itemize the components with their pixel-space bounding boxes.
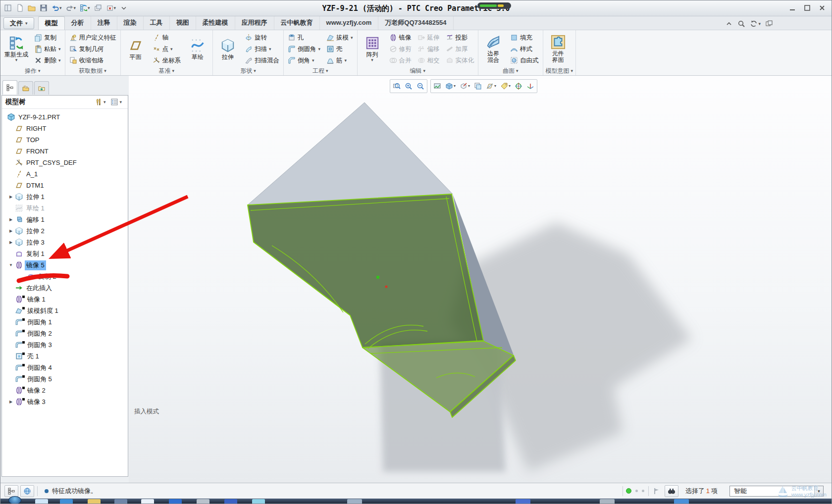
expand-toggle-icon[interactable]: ▶ <box>7 217 15 222</box>
tab-4[interactable]: 工具 <box>144 16 170 30</box>
graphics-area[interactable]: ▾▾▾▾ 插入模式 <box>129 76 832 483</box>
tab-2[interactable]: 注释 <box>91 16 117 30</box>
ribbon-button[interactable]: 阵列▾ <box>360 35 385 63</box>
ribbon-group-label[interactable]: 形状▾ <box>215 67 281 75</box>
taskbar-app[interactable] <box>674 499 689 504</box>
ribbon-button[interactable]: 复制 <box>33 32 62 44</box>
ribbon-button[interactable]: 壳 <box>325 44 355 55</box>
tree-item[interactable]: 镜像 1 <box>2 294 128 305</box>
ribbon-button[interactable]: 删除▾ <box>33 55 62 66</box>
tree-item[interactable]: ▶镜像 3 <box>2 396 128 407</box>
ribbon-button[interactable]: 镜像 <box>388 32 413 44</box>
ribbon-button[interactable]: 平面 <box>123 37 148 61</box>
tab-6[interactable]: 柔性建模 <box>196 16 235 30</box>
tree-item[interactable]: TOP <box>2 134 128 146</box>
tree-item[interactable]: YZF-9-21.PRT <box>2 111 128 123</box>
navigator-tab-favorites-tab[interactable] <box>34 81 49 95</box>
tree-item[interactable]: ▶偏移 1 <box>2 214 128 225</box>
ribbon-group-label[interactable]: 基准▾ <box>123 67 210 75</box>
tree-item[interactable]: 拔模斜度 1 <box>2 305 128 316</box>
taskbar-app[interactable] <box>224 499 237 504</box>
tree-toggle-button[interactable] <box>4 485 18 497</box>
close-button[interactable] <box>817 3 828 12</box>
tree-item[interactable]: 倒圆角 4 <box>2 362 128 373</box>
ribbon-button[interactable]: 填充 <box>509 32 540 44</box>
tree-item[interactable]: 复制 2 <box>2 271 128 282</box>
tree-item[interactable]: ▶拉伸 1 <box>2 191 128 202</box>
taskbar-app[interactable] <box>60 499 73 504</box>
maximize-button[interactable] <box>802 3 813 12</box>
ribbon-button[interactable]: 旋转 <box>243 32 281 44</box>
tree-settings-button[interactable]: ▾ <box>108 98 124 106</box>
ribbon-button[interactable]: 孔 <box>286 32 322 44</box>
taskbar-app[interactable] <box>516 499 530 504</box>
zoom-in-button[interactable] <box>403 80 415 92</box>
ribbon-button[interactable]: 倒角▾ <box>286 55 322 66</box>
display-style-button[interactable]: ▾ <box>443 80 458 92</box>
os-taskbar[interactable] <box>0 499 832 504</box>
view-manager-button[interactable] <box>472 80 484 92</box>
taskbar-app[interactable] <box>252 499 265 504</box>
taskbar-app[interactable] <box>600 499 615 504</box>
tab-9[interactable]: www.yzfjy.com <box>320 16 379 30</box>
ribbon-button[interactable]: 草绘 <box>185 37 210 61</box>
spin-center-button[interactable] <box>513 80 524 92</box>
ribbon-group-label[interactable]: 操作▾ <box>3 67 62 75</box>
ribbon-button[interactable]: 轴 <box>151 32 183 44</box>
tab-1[interactable]: 分析 <box>65 16 91 30</box>
ribbon-button[interactable]: 粘贴▾ <box>33 44 62 55</box>
tab-0[interactable]: 模型 <box>38 16 65 30</box>
repaint-button[interactable] <box>431 80 443 92</box>
tree-item[interactable]: ▼镜像 5 <box>2 259 128 271</box>
zoom-out-button[interactable] <box>415 80 426 92</box>
tab-8[interactable]: 云中帆教育 <box>274 16 320 30</box>
taskbar-app[interactable] <box>141 499 154 504</box>
collapse-ribbon-button[interactable] <box>725 19 733 29</box>
tree-item[interactable]: PRT_CSYS_DEF <box>2 157 128 168</box>
ribbon-button[interactable]: 加厚 <box>444 44 476 55</box>
tree-item[interactable]: 倒圆角 5 <box>2 373 128 385</box>
model-top-face[interactable] <box>248 102 453 205</box>
ribbon-button[interactable]: 元件界面 <box>546 34 571 64</box>
expand-toggle-icon[interactable]: ▶ <box>7 195 15 199</box>
tree-item[interactable]: A_1 <box>2 168 128 180</box>
ribbon-button[interactable]: 点▾ <box>151 44 183 55</box>
taskbar-app[interactable] <box>169 499 182 504</box>
ribbon-button[interactable]: 实体化 <box>444 55 476 66</box>
find-button[interactable] <box>665 485 678 497</box>
tree-item[interactable]: ▶拉伸 2 <box>2 225 128 237</box>
tree-item[interactable]: 复制 1 <box>2 248 128 259</box>
ribbon-button[interactable]: 扫描混合 <box>243 55 281 66</box>
ribbon-button[interactable]: 拉伸 <box>215 37 240 61</box>
tab-3[interactable]: 渲染 <box>117 16 144 30</box>
ribbon-button[interactable]: 偏移 <box>416 44 441 55</box>
ribbon-button[interactable]: 样式 <box>509 44 540 55</box>
ribbon-button[interactable]: 合并 <box>388 55 413 66</box>
expand-toggle-icon[interactable]: ▼ <box>7 263 15 267</box>
start-button[interactable] <box>8 496 21 504</box>
dragger-button[interactable] <box>524 80 536 92</box>
ribbon-button[interactable]: 倒圆角▾ <box>286 44 322 55</box>
expand-toggle-icon[interactable]: ▶ <box>7 229 15 233</box>
datum-display-button[interactable]: ▾ <box>484 80 498 92</box>
navigator-tab-tree-tab[interactable] <box>2 80 17 95</box>
ribbon-button[interactable]: 修剪 <box>388 44 413 55</box>
tree-item[interactable]: FRONT <box>2 146 128 157</box>
ribbon-button[interactable]: 用户定义特征 <box>68 32 118 44</box>
ribbon-button[interactable]: 相交 <box>416 55 441 66</box>
ribbon-button[interactable]: 坐标系 <box>151 55 183 66</box>
search-button[interactable] <box>737 19 745 29</box>
ribbon-group-label[interactable]: 模型意图▾ <box>546 67 573 75</box>
ribbon-group-label[interactable]: 编辑▾ <box>360 67 476 75</box>
refit-button[interactable] <box>391 80 403 92</box>
ribbon-button[interactable]: 复制几何 <box>68 44 118 55</box>
taskbar-app[interactable] <box>35 499 48 504</box>
minimize-button[interactable] <box>787 3 798 12</box>
ribbon-button[interactable]: 自由式 <box>509 55 540 66</box>
tree-item[interactable]: RIGHT <box>2 123 128 134</box>
ribbon-button[interactable]: 扫描▾ <box>243 44 281 55</box>
taskbar-app[interactable] <box>88 499 101 504</box>
expand-toggle-icon[interactable]: ▶ <box>7 400 15 404</box>
ribbon-button[interactable]: 筋▾ <box>325 55 355 66</box>
saved-orientations-button[interactable]: ▾ <box>458 80 472 92</box>
